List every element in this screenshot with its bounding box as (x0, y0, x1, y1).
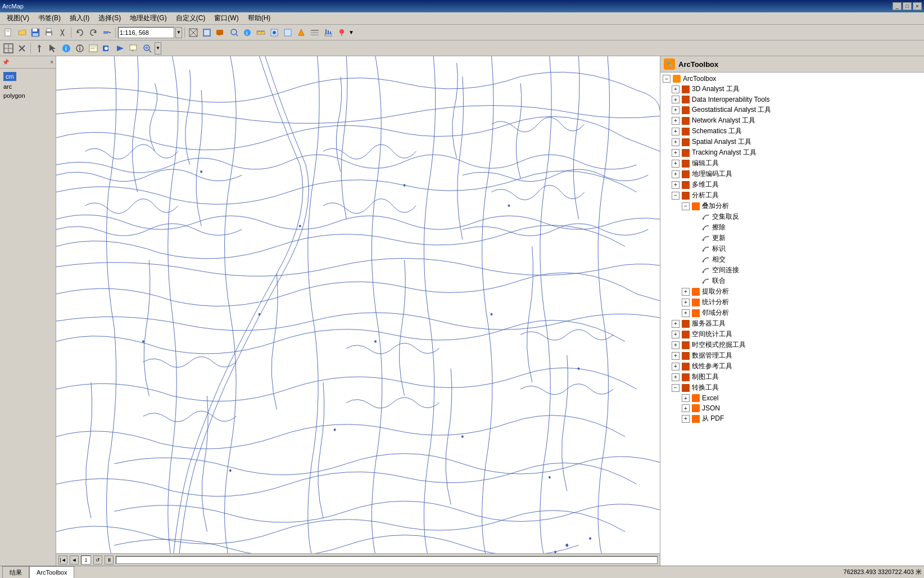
find-route[interactable] (228, 26, 240, 39)
full-extent[interactable] (201, 26, 213, 39)
expand-edit[interactable]: + (672, 160, 680, 168)
layer-label-cm[interactable]: cm (3, 72, 16, 81)
editor-toolbar[interactable] (322, 26, 334, 39)
map-page-1[interactable]: 1 (81, 556, 91, 565)
tree-item-stats[interactable]: + 统计分析 (662, 297, 923, 308)
tree-item-spatialstats[interactable]: + 空间统计工具 (662, 329, 923, 340)
panel-pin[interactable]: 📌 (2, 59, 9, 65)
tools-dropdown[interactable]: ▼ (155, 42, 161, 55)
zoom-selected[interactable] (141, 42, 153, 55)
tree-item-frompdf[interactable]: + 从 PDF (662, 413, 923, 424)
scale-dropdown[interactable]: ▼ (175, 27, 182, 38)
tree-item-erase[interactable]: 擦除 (662, 222, 923, 233)
measure[interactable] (255, 26, 267, 39)
expand-geostatistical[interactable]: + (672, 106, 680, 114)
tree-item-spatial-join[interactable]: 空间连接 (662, 265, 923, 276)
expand-linearref[interactable]: + (672, 363, 680, 371)
tree-item-intersect[interactable]: 相交 (662, 254, 923, 265)
pan[interactable] (33, 42, 46, 55)
undo-button[interactable] (74, 26, 86, 39)
open-button[interactable] (16, 26, 28, 39)
new-button[interactable] (2, 26, 15, 39)
minimize-button[interactable]: _ (893, 2, 902, 10)
tree-item-schematics[interactable]: + Schematics 工具 (662, 126, 923, 137)
expand-geocode[interactable]: + (672, 170, 680, 178)
tree-item-spatiotemporal[interactable]: + 时空模式挖掘工具 (662, 340, 923, 350)
identify[interactable]: i (241, 26, 253, 39)
menu-select[interactable]: 选择(S) (94, 12, 125, 24)
map-page-prev2[interactable]: ◄ (70, 556, 79, 565)
tree-item-geostatistical[interactable]: + Geostatistical Analyst 工具 (662, 105, 923, 115)
select-by-location[interactable] (295, 26, 307, 39)
map-page-prev[interactable]: |◄ (58, 556, 67, 565)
arrow-dropdown[interactable] (101, 26, 113, 39)
layer-item-cm[interactable]: cm (2, 71, 53, 82)
menu-window[interactable]: 窗口(W) (210, 12, 243, 24)
tree-item-excel[interactable]: + Excel (662, 393, 923, 403)
expand-spatiotemporal[interactable]: + (672, 341, 680, 349)
html-popup[interactable] (128, 42, 140, 55)
time-slider[interactable] (114, 42, 126, 55)
tree-item-neighbor[interactable]: + 邻域分析 (662, 308, 923, 318)
close-button[interactable]: × (913, 2, 922, 10)
redo-button[interactable] (87, 26, 99, 39)
expand-3danalyst[interactable]: + (672, 85, 680, 93)
tree-item-spatial[interactable]: + Spatial Analyst 工具 (662, 137, 923, 147)
panel-close[interactable]: × (50, 59, 53, 65)
menu-bookmark[interactable]: 书签(B) (34, 12, 65, 24)
scale-input[interactable] (118, 27, 174, 38)
expand-overlay[interactable]: − (682, 202, 690, 210)
tree-item-server[interactable]: + 服务器工具 (662, 318, 923, 329)
menu-customize[interactable]: 自定义(C) (171, 12, 210, 24)
layer-item-polygon[interactable]: polygon (2, 91, 53, 100)
expand-network[interactable]: + (672, 117, 680, 125)
map-scroll[interactable] (116, 556, 658, 564)
map-canvas[interactable] (56, 56, 660, 566)
cut-button[interactable] (56, 26, 69, 39)
expand-json[interactable]: + (682, 404, 690, 412)
tree-item-json[interactable]: + JSON (662, 403, 923, 413)
expand-excel[interactable]: + (682, 394, 690, 402)
tree-item-symmetricdiff[interactable]: 交集取反 (662, 211, 923, 222)
print-button[interactable] (43, 26, 55, 39)
tree-item-carto[interactable]: + 制图工具 (662, 372, 923, 382)
tree-item-linearref[interactable]: + 线性参考工具 (662, 361, 923, 372)
menu-help[interactable]: 帮助(H) (243, 12, 275, 24)
tree-item-extract[interactable]: + 提取分析 (662, 286, 923, 297)
tree-item-multi[interactable]: + 多维工具 (662, 179, 923, 190)
expand-spatial[interactable]: + (672, 138, 680, 146)
tree-item-edit[interactable]: + 编辑工具 (662, 158, 923, 169)
zoom-full[interactable] (2, 42, 15, 55)
tree-item-arctoolbox[interactable]: − ArcToolbox (662, 74, 923, 84)
info-tool[interactable]: i (60, 42, 73, 55)
tree-item-tracking[interactable]: + Tracking Analyst 工具 (662, 147, 923, 158)
menu-insert[interactable]: 插入(I) (65, 12, 94, 24)
expand-stats[interactable]: + (682, 299, 690, 306)
expand-extract[interactable]: + (682, 288, 690, 296)
select-features[interactable] (268, 26, 280, 39)
tree-item-geocode[interactable]: + 地理编码工具 (662, 169, 923, 179)
expand-multi[interactable]: + (672, 181, 680, 189)
tree-item-analysis[interactable]: − 分析工具 (662, 190, 923, 201)
expand-datamanage[interactable]: + (672, 352, 680, 360)
geocoding[interactable] (336, 26, 348, 39)
tab-results[interactable]: 结果 (2, 566, 29, 579)
clear-select[interactable] (282, 26, 294, 39)
expand-frompdf[interactable]: + (682, 415, 690, 423)
tree-item-union[interactable]: 联合 (662, 276, 923, 286)
expand-tracking[interactable]: + (672, 149, 680, 157)
identify-tool[interactable] (74, 42, 86, 55)
tab-arctoolbox[interactable]: ArcToolbox (29, 566, 74, 579)
add-data-dropdown[interactable]: ▼ (349, 26, 354, 39)
tree-item-identity[interactable]: 标识 (662, 243, 923, 254)
arrow-tool[interactable] (47, 42, 59, 55)
tree-item-network[interactable]: + Network Analyst 工具 (662, 115, 923, 126)
map-pause[interactable]: ⏸ (105, 556, 114, 565)
maximize-button[interactable]: □ (903, 2, 912, 10)
layer-item-arc[interactable]: arc (2, 82, 53, 91)
zoom-in-out[interactable] (16, 42, 28, 55)
map-tips[interactable] (214, 26, 227, 39)
save-button[interactable] (29, 26, 42, 39)
tree-item-update[interactable]: 更新 (662, 233, 923, 243)
tree-item-datamanage[interactable]: + 数据管理工具 (662, 350, 923, 361)
